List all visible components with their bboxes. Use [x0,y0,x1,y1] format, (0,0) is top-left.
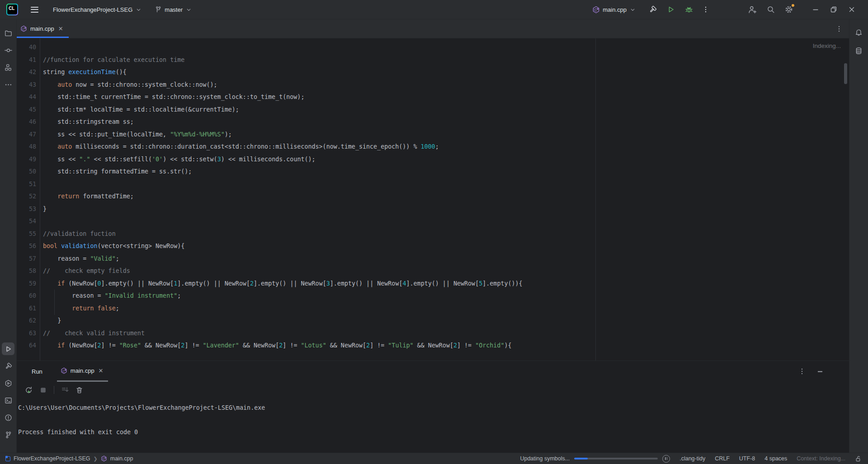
code-editor[interactable]: 4041//function for calculate execution t… [17,38,849,361]
sidebar-item-terminal[interactable] [2,394,14,407]
code-line: 43 auto now = std::chrono::system_clock:… [17,79,849,91]
console-line: C:\Users\User\Documents\Projects\FlowerE… [18,402,849,414]
code-line: 52 return formattedTime; [17,190,849,203]
gutter-line-number[interactable]: 64 [17,339,36,352]
debug-button[interactable] [683,4,695,15]
tab-close-icon[interactable]: ✕ [57,25,64,33]
run-panel-options-button[interactable] [798,368,806,375]
gutter-line-number[interactable]: 54 [17,215,36,228]
run-tab-close-icon[interactable]: ✕ [98,367,104,375]
sidebar-item-run[interactable] [2,342,14,355]
tab-main-cpp[interactable]: main.cpp ✕ [17,19,69,38]
clear-console-button[interactable] [75,386,83,394]
cpp-file-icon [592,6,600,14]
restore-button[interactable] [825,3,843,16]
code-text: std::stringstream ss; [36,116,134,128]
gutter-line-number[interactable]: 58 [17,265,36,277]
status-linter[interactable]: .clang-tidy [679,455,705,462]
tab-options-button[interactable] [835,25,843,33]
build-button[interactable] [647,4,659,15]
sidebar-item-build[interactable] [2,360,14,372]
gutter-line-number[interactable]: 46 [17,116,36,128]
menu-icon[interactable] [29,5,40,14]
code-line: 51 [17,178,849,191]
sidebar-item-database[interactable] [853,44,865,57]
gutter-line-number[interactable]: 59 [17,277,36,290]
gutter-line-number[interactable]: 42 [17,66,36,79]
sidebar-item-more[interactable] [2,78,14,91]
stop-icon [39,386,47,394]
progress-label: Updating symbols... [520,455,570,462]
sidebar-item-commit[interactable] [2,44,14,56]
run-tab-main-cpp[interactable]: main.cpp ✕ [57,361,108,382]
build-hammer-icon [5,362,12,370]
code-line: 57 reason = "Valid"; [17,253,849,265]
search-everywhere-button[interactable] [765,4,777,15]
unlock-icon[interactable] [855,455,862,462]
vcs-branch-widget[interactable]: master [152,4,195,15]
gutter-line-number[interactable]: 49 [17,153,36,166]
code-text: auto milliseconds = std::chrono::duratio… [36,141,439,153]
gutter-line-number[interactable]: 47 [17,128,36,141]
run-configuration-selector[interactable]: main.cpp [590,4,639,16]
sidebar-item-structure[interactable] [2,61,14,74]
more-actions-button[interactable] [700,4,711,15]
code-text: std::tm* localTime = std::localtime(&cur… [36,103,239,116]
git-branch-icon [155,6,162,13]
gutter-line-number[interactable]: 57 [17,253,36,265]
gutter-line-number[interactable]: 63 [17,327,36,340]
pause-icon[interactable] [662,455,670,463]
code-line: 59 if (NewRow[0].empty() || NewRow[1].em… [17,277,849,290]
gutter-line-number[interactable]: 60 [17,290,36,302]
gutter-line-number[interactable]: 62 [17,314,36,327]
code-line: 40 [17,41,849,54]
gutter-line-number[interactable]: 45 [17,103,36,116]
gutter-line-number[interactable]: 41 [17,54,36,66]
project-widget[interactable]: FlowerExchangeProject-LSEG [50,4,145,15]
structure-icon [5,64,12,71]
close-button[interactable] [843,3,861,16]
gutter-line-number[interactable]: 55 [17,228,36,240]
sidebar-item-notifications[interactable] [853,26,865,39]
sidebar-item-project[interactable] [2,27,14,39]
editor-scrollbar-thumb[interactable] [844,63,847,84]
code-line: 44 std::time_t currentTime = std::chrono… [17,91,849,103]
code-line: 53} [17,203,849,216]
code-with-me-button[interactable] [746,4,759,16]
gutter-line-number[interactable]: 43 [17,79,36,91]
gutter-line-number[interactable]: 56 [17,240,36,253]
run-console[interactable]: C:\Users\User\Documents\Projects\FlowerE… [17,402,849,438]
code-line: 48 auto milliseconds = std::chrono::dura… [17,141,849,153]
status-line-ending[interactable]: CRLF [715,455,730,462]
gutter-line-number[interactable]: 44 [17,91,36,103]
rerun-button[interactable] [25,386,33,394]
code-line: 60 reason = "Invalid instrument"; [17,290,849,302]
scroll-to-end-button[interactable] [61,386,69,394]
breadcrumb-project[interactable]: FlowerExchangeProject-LSEG [14,455,90,462]
status-encoding[interactable]: UTF-8 [739,455,755,462]
run-configuration-name: main.cpp [603,6,627,13]
breadcrumb-file[interactable]: main.cpp [110,455,133,462]
gutter-line-number[interactable]: 61 [17,302,36,315]
left-tool-stripe [0,19,17,453]
sidebar-item-problems[interactable] [2,411,14,424]
run-button[interactable] [665,4,677,15]
hide-panel-button[interactable] [816,368,824,375]
gutter-line-number[interactable]: 51 [17,178,36,191]
add-user-icon [748,5,757,14]
status-indent[interactable]: 4 spaces [764,455,787,462]
gutter-line-number[interactable]: 53 [17,203,36,216]
gutter-line-number[interactable]: 50 [17,165,36,178]
code-text: // check valid instrument [36,327,145,340]
gutter-line-number[interactable]: 40 [17,41,36,54]
gutter-line-number[interactable]: 48 [17,141,36,153]
code-text [36,41,43,54]
clion-window: CL FlowerExchangeProject-LSEG master mai… [0,0,868,464]
stop-button[interactable] [39,386,47,394]
minimize-button[interactable] [807,3,825,16]
sidebar-item-cmake[interactable] [2,377,14,389]
settings-button[interactable] [783,4,795,15]
sidebar-item-version-control[interactable] [2,428,14,441]
code-line: 64 if (NewRow[2] != "Rose" && NewRow[2] … [17,339,849,352]
gutter-line-number[interactable]: 52 [17,190,36,203]
